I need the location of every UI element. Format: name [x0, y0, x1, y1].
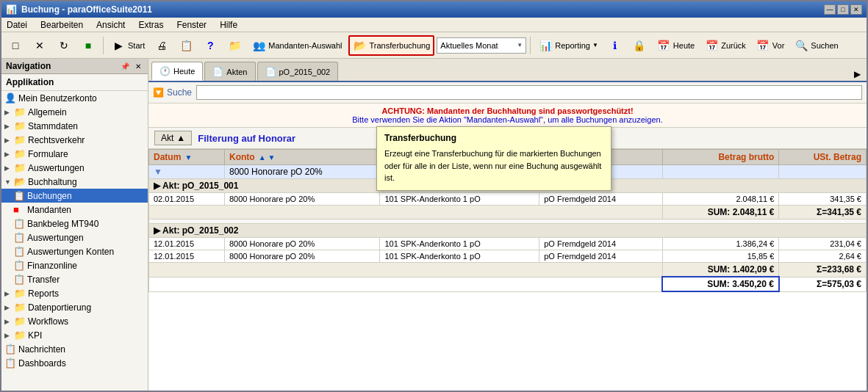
sidebar-pin-button[interactable]: 📌 — [120, 61, 130, 71]
reporting-icon: 📊 — [538, 38, 553, 53]
col-betrag-label: Betrag brutto — [718, 152, 774, 162]
transferbuchung-label: Transferbuchung — [370, 41, 431, 50]
alert-red-text: ACHTUNG: Mandanten der Buchhaltung sind … — [156, 106, 859, 115]
vor-button[interactable]: 📅 Vor — [752, 35, 789, 56]
sidebar-item-auswertungen-konten[interactable]: 📋 Auswertungen Konten — [1, 244, 148, 258]
sum-2-ust-value: Σ=233,68 € — [817, 264, 861, 275]
filter-button[interactable]: Akt ▲ — [154, 131, 192, 145]
menu-ansicht[interactable]: Ansicht — [94, 20, 127, 30]
lock-button[interactable]: 🔒 — [628, 35, 650, 56]
sidebar-item-buchungen[interactable]: 📋 Buchungen — [1, 189, 148, 203]
tab-akten[interactable]: 📄 Akten — [204, 62, 255, 81]
tab-heute[interactable]: 🕐 Heute — [151, 62, 203, 81]
sidebar-item-workflows[interactable]: ▶ 📁 Workflows — [1, 314, 148, 328]
sidebar-item-bankbeleg[interactable]: 📋 Bankbeleg MT940 — [1, 217, 148, 231]
total-ust-value: Σ=575,03 € — [817, 279, 861, 289]
zurueck-button[interactable]: 📅 Zurück — [700, 35, 750, 56]
col-datum-label: Datum — [154, 152, 181, 162]
formulare-label: Formulare — [28, 149, 68, 159]
buchungen-icon: 📋 — [13, 190, 25, 201]
info-button[interactable]: ℹ — [604, 35, 626, 56]
sidebar-item-kpi[interactable]: ▶ 📁 KPI — [1, 328, 148, 342]
mandanten-label: Mandanten — [27, 205, 71, 215]
sidebar-item-datenportierung[interactable]: ▶ 📁 Datenportierung — [1, 300, 148, 314]
close-tb-button[interactable]: ✕ — [29, 35, 51, 56]
help-button[interactable]: ? — [199, 35, 221, 56]
transferbuchung-icon: 📂 — [353, 38, 367, 53]
group-1-expand: ▶ — [154, 181, 160, 191]
stammdaten-label: Stammdaten — [28, 121, 78, 131]
transferbuchung-button[interactable]: 📂 Transferbuchung — [348, 35, 435, 56]
total-betrag-value: SUM: 3.450,20 € — [707, 279, 774, 289]
start-label: Start — [128, 41, 145, 50]
sidebar-item-auswertungen2[interactable]: 📋 Auswertungen — [1, 231, 148, 244]
filter-datum-cell: ▼ — [149, 165, 225, 179]
buchungen-label: Buchungen — [27, 191, 72, 201]
sidebar-item-transfer[interactable]: 📋 Transfer — [1, 272, 148, 286]
sidebar-item-nachrichten[interactable]: 📋 Nachrichten — [1, 342, 148, 356]
row-3-betrag: 15,85 € — [662, 250, 778, 263]
sidebar-item-benutzerkonto[interactable]: 👤 Mein Benutzerkonto — [1, 91, 148, 105]
tab-heute-icon: 🕐 — [159, 66, 171, 76]
reporting-button[interactable]: 📊 Reporting ▼ — [534, 35, 602, 56]
maximize-button[interactable]: □ — [837, 4, 849, 15]
group-2-expand: ▶ — [154, 225, 160, 236]
menu-bearbeiten[interactable]: Bearbeiten — [38, 20, 85, 30]
sum-row-2-spacer — [149, 263, 663, 277]
group-2-label: Akt: pO_2015_002 — [162, 225, 238, 236]
sidebar-item-rechtsverkehr[interactable]: ▶ 📁 Rechtsverkehr — [1, 133, 148, 147]
auswertungen2-label: Auswertungen — [27, 233, 84, 243]
sidebar-item-mandanten[interactable]: ■ Mandanten — [1, 203, 148, 217]
group-header-2: ▶ Akt: pO_2015_002 — [149, 224, 867, 238]
new-button[interactable]: □ — [4, 35, 26, 56]
menu-hilfe[interactable]: Hilfe — [218, 20, 240, 30]
col-konto[interactable]: Konto ▲ ▼ — [224, 150, 379, 165]
sidebar-item-stammdaten[interactable]: ▶ 📁 Stammdaten — [1, 119, 148, 133]
sidebar-item-reports[interactable]: ▶ 📁 Reports — [1, 286, 148, 300]
menu-extras[interactable]: Extras — [136, 20, 165, 30]
sidebar-header: Navigation 📌 ✕ — [1, 59, 148, 74]
menu-datei[interactable]: Datei — [4, 20, 29, 30]
total-ust: Σ=575,03 € — [779, 277, 867, 291]
copy-button[interactable]: 📋 — [175, 35, 197, 56]
filter-konto-cell[interactable]: 8000 Honorare pO 20% — [224, 165, 379, 179]
refresh-icon: ↻ — [57, 38, 71, 53]
rechtsverkehr-icon: 📁 — [14, 134, 26, 145]
buchhaltung-label: Buchhaltung — [28, 177, 77, 187]
close-button[interactable]: ✕ — [850, 4, 862, 15]
sidebar-close-button[interactable]: ✕ — [133, 61, 143, 71]
rechtsverkehr-expand: ▶ — [4, 137, 12, 144]
suchen-label: Suchen — [811, 41, 838, 50]
minimize-button[interactable]: — — [824, 4, 836, 15]
mandanten-button[interactable]: 👥 Mandanten-Auswahl — [248, 35, 345, 56]
sidebar-item-allgemein[interactable]: ▶ 📁 Allgemein — [1, 105, 148, 119]
table-row[interactable]: 12.01.2015 8000 Honorare pO 20% 101 SPK-… — [149, 238, 867, 250]
sidebar-item-auswertungen[interactable]: ▶ 📁 Auswertungen — [1, 161, 148, 175]
table-row[interactable]: 02.01.2015 8000 Honorare pO 20% 101 SPK-… — [149, 193, 867, 206]
folder-button[interactable]: 📁 — [223, 35, 245, 56]
start-button[interactable]: ▶ Start — [107, 35, 148, 56]
aktuelles-monat-dropdown[interactable]: Aktuelles Monat ▼ — [437, 37, 526, 54]
separator-1 — [103, 37, 104, 54]
suchen-button[interactable]: 🔍 Suchen — [790, 35, 842, 56]
formulare-expand: ▶ — [4, 150, 12, 158]
lock-icon: 🔒 — [632, 38, 647, 53]
search-icon-wrap: 🔽 Suche — [153, 87, 192, 98]
tab-po-2015-002[interactable]: 📄 pO_2015_002 — [257, 62, 339, 81]
print-button[interactable]: 🖨 — [151, 35, 173, 56]
auswertungen-konten-label: Auswertungen Konten — [27, 247, 114, 257]
heute-button[interactable]: 📅 Heute — [653, 35, 698, 56]
col-datum[interactable]: Datum ▼ — [149, 150, 225, 165]
menu-fenster[interactable]: Fenster — [174, 20, 209, 30]
search-input[interactable] — [196, 85, 862, 100]
sidebar-item-finanzonline[interactable]: 📋 Finanzonline — [1, 258, 148, 272]
refresh-button[interactable]: ↻ — [53, 35, 75, 56]
tabs-right-arrow[interactable]: ▶ — [851, 68, 864, 81]
row-2-datum: 12.01.2015 — [149, 238, 225, 250]
table-row[interactable]: 12.01.2015 8000 Honorare pO 20% 101 SPK-… — [149, 250, 867, 263]
sidebar-item-dashboards[interactable]: 📋 Dashboards — [1, 356, 148, 370]
main-layout: Navigation 📌 ✕ Applikation 👤 Mein Benutz… — [1, 59, 867, 391]
sidebar-item-buchhaltung[interactable]: ▼ 📂 Buchhaltung — [1, 175, 148, 189]
sidebar-item-formulare[interactable]: ▶ 📁 Formulare — [1, 147, 148, 161]
save-button[interactable]: ■ — [77, 35, 99, 56]
